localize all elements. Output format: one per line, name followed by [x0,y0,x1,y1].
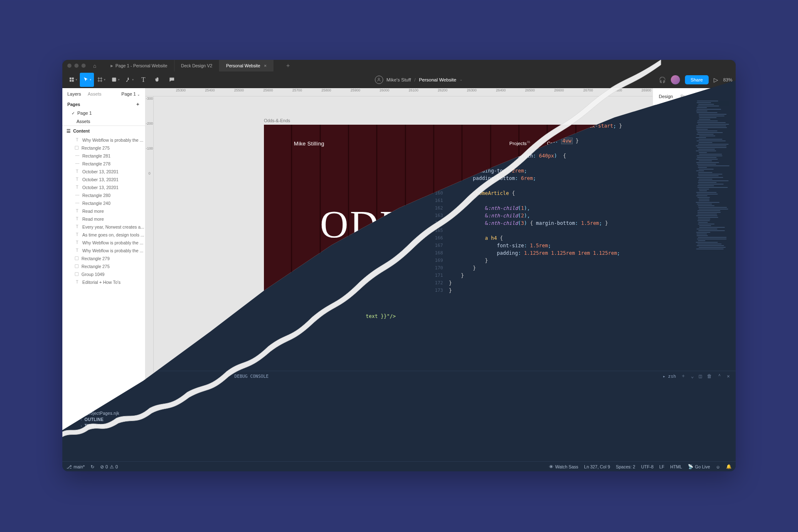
code-line[interactable]: 163 &:nth-child(2), [432,212,690,219]
code-line[interactable]: 169 } [432,257,690,264]
status-feedback-icon[interactable]: ☺ [716,464,720,469]
layer-item[interactable]: Rectangle 279 [62,254,145,262]
code-line[interactable]: 165 [432,227,690,234]
code-line[interactable]: 162 &:nth-child(1), [432,204,690,212]
svg-rect-2 [69,78,71,79]
svg-rect-6 [112,78,116,81]
code-line[interactable]: 159 [432,182,690,190]
team-avatar-icon [375,76,383,84]
terminal-shell-label[interactable]: ▸ zsh [663,374,676,379]
code-line[interactable]: 173} [432,287,690,294]
explorer-outline-section[interactable]: ›OUTLINE [79,416,121,423]
svg-rect-4 [69,80,71,81]
page-item[interactable]: Assets [62,117,145,126]
code-line[interactable]: 166 a h4 { [432,234,690,242]
figma-add-tab-icon[interactable]: ＋ [281,62,295,69]
code-line[interactable]: 170 } [432,264,690,272]
code-line[interactable]: 171 } [432,272,690,279]
figma-file-tab[interactable]: ▶Page 1 - Personal Website [104,60,175,71]
figma-file-tab[interactable]: Deck Design V2 [175,60,219,71]
text-tool-icon[interactable]: T [136,73,150,87]
panel-trash-icon[interactable]: 🗑 [707,373,712,379]
status-golive[interactable]: 📡Go Live [688,464,710,469]
assets-tab[interactable]: Assets [88,91,101,96]
figma-home-icon[interactable]: ⌂ [93,63,96,69]
code-line[interactable]: 161 [432,197,690,204]
status-errors[interactable]: ⊘0 ⚠0 [100,464,118,469]
page-selector[interactable]: Page 1 ⌄ [121,91,140,96]
share-button[interactable]: Share [685,75,709,84]
layer-item[interactable]: TOctober 13, 20201 [62,183,145,191]
window-traffic-lights[interactable] [67,64,86,68]
figma-file-tab[interactable]: Personal Website× [219,60,274,71]
terminal-dropdown-icon[interactable]: ⌄ [691,373,694,379]
figma-breadcrumb[interactable]: Mike's Stuff / Personal Website ⌄ [179,76,659,84]
terminal-add-icon[interactable]: ＋ [681,372,686,379]
status-branch[interactable]: ⎇main* [66,464,85,469]
svg-point-7 [378,78,380,80]
panel-close-icon[interactable]: ✕ [727,373,730,379]
layer-item[interactable]: Rectangle 281 [62,152,145,160]
vscode-minimap[interactable] [696,101,733,225]
status-bell-icon[interactable]: 🔔 [726,464,732,469]
site-brand: Mike Stilling [294,140,324,147]
layer-item[interactable]: Rectangle 278 [62,160,145,167]
move-tool-icon[interactable]: ▾ [80,73,94,87]
frame-tool-icon[interactable]: ▾ [94,73,108,87]
layers-tab[interactable]: Layers [67,91,81,96]
ruler-horizontal: 2530025400255002560025700258002590026000… [145,88,736,96]
zoom-level[interactable]: 83% [723,77,732,82]
status-cursor[interactable]: Ln 327, Col 9 [584,464,610,469]
status-watch-sass[interactable]: 👁Watch Sass [549,464,579,469]
figma-titlebar: ⌂ ▶Page 1 - Personal WebsiteDeck Design … [62,60,736,71]
artboard-label[interactable]: Odds-&-Ends [264,118,290,123]
vscode-panel-bar[interactable]: DEBUG CONSOLE ▸ zsh ＋ ⌄ ◫ 🗑 ＾ ✕ [62,371,736,381]
layer-item[interactable]: Rectangle 275 [62,144,145,152]
workspace-name: Mike's Stuff [387,77,411,82]
content-section-label: Content [73,128,90,133]
layer-item[interactable]: TWhy Webflow is probably the ... [62,239,145,246]
code-line[interactable]: 168 padding: 1.125rem 1.125rem 1rem 1.12… [432,249,690,257]
code-line[interactable]: 160 .homeArticle { [432,190,690,197]
hand-tool-icon[interactable] [150,73,165,87]
layer-item[interactable]: TOctober 13, 20201 [62,175,145,183]
design-tab[interactable]: Design [659,94,673,99]
svg-rect-3 [72,78,74,79]
status-encoding[interactable]: UTF-8 [641,464,653,469]
page-item[interactable]: ✓Page 1 [62,109,145,117]
user-avatar[interactable] [671,75,680,84]
layer-item[interactable]: TRead more [62,215,145,223]
status-eol[interactable]: LF [659,464,664,469]
layer-item[interactable]: TAs time goes on, design tools ... [62,231,145,239]
layer-item[interactable]: Rectangle 240 [62,199,145,207]
panel-split-icon[interactable]: ◫ [699,373,702,379]
pages-section-label: Pages [67,102,80,107]
layer-item[interactable]: TEvery year, Norwest creates a... [62,223,145,231]
status-spaces[interactable]: Spaces: 2 [616,464,635,469]
add-page-icon[interactable]: ＋ [135,101,140,107]
code-line[interactable]: 167 font-size: 1.5rem; [432,242,690,249]
layer-item[interactable]: TRead more [62,207,145,215]
project-name: Personal Website [419,77,456,82]
layer-item[interactable]: Rectangle 280 [62,191,145,199]
layer-item[interactable]: TWhy Webflow is probably the ... [62,136,145,144]
code-line[interactable]: 164 &:nth-child(3) { margin-bottom: 1.5r… [432,219,690,227]
layer-item[interactable]: TEditorial + How To's [62,278,145,286]
explorer-timeline-section[interactable]: ›TIMELINE [79,423,121,429]
code-line[interactable]: 172} [432,279,690,287]
present-icon[interactable]: ▷ [714,76,718,83]
pen-tool-icon[interactable]: ▾ [122,73,136,87]
comment-tool-icon[interactable] [165,73,179,87]
headphones-icon[interactable]: 🎧 [659,76,666,83]
layer-item[interactable]: Group 1049 [62,270,145,278]
status-sync-icon[interactable]: ↻ [91,464,94,469]
layer-item[interactable]: TWhy Webflow is probably the ... [62,246,145,254]
layer-item[interactable]: TOctober 13, 20201 [62,167,145,175]
shape-tool-icon[interactable]: ▾ [108,73,122,87]
list-icon: ☰ [66,128,71,133]
layer-item[interactable]: Rectangle 275 [62,262,145,270]
panel-maximize-icon[interactable]: ＾ [717,372,722,379]
figma-menu-icon[interactable]: ▾ [66,73,80,87]
panel-tab-debug[interactable]: DEBUG CONSOLE [234,374,268,379]
status-lang[interactable]: HTML [670,464,682,469]
